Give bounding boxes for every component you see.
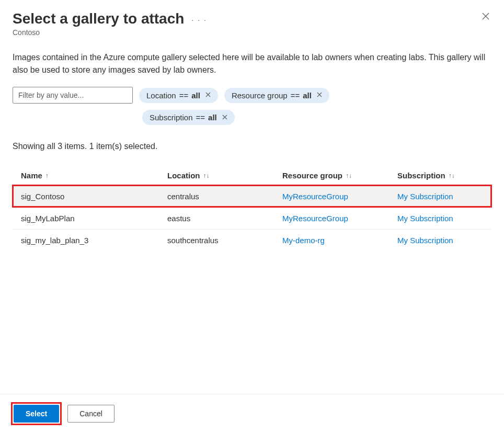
subscription-link[interactable]: My Subscription — [397, 214, 483, 223]
subscription-link[interactable]: My Subscription — [397, 192, 483, 201]
cell-name: sig_MyLabPlan — [21, 214, 167, 223]
close-button[interactable] — [480, 10, 491, 24]
status-text: Showing all 3 items. 1 item(s) selected. — [13, 142, 491, 151]
pill-value: all — [191, 91, 200, 100]
pill-value: all — [208, 113, 217, 122]
table-row[interactable]: sig_Contoso centralus MyResourceGroup My… — [13, 185, 491, 207]
resource-group-link[interactable]: My-demo-rg — [282, 236, 397, 245]
sort-asc-icon: ↑ — [45, 172, 49, 179]
cell-name: sig_Contoso — [21, 192, 167, 201]
table-row[interactable]: sig_my_lab_plan_3 southcentralus My-demo… — [13, 229, 491, 251]
sort-icon: ↑↓ — [346, 172, 352, 179]
remove-filter-icon[interactable] — [317, 92, 322, 99]
table-header: Name ↑ Location ↑↓ Resource group ↑↓ Sub… — [13, 166, 491, 185]
footer-bar: Select Cancel — [0, 394, 504, 433]
resource-group-link[interactable]: MyResourceGroup — [282, 192, 397, 201]
filter-pill-resource-group[interactable]: Resource group == all — [224, 88, 329, 103]
page-title: Select a gallery to attach — [13, 10, 184, 27]
more-actions-icon[interactable]: · · · — [191, 14, 207, 24]
column-header-name[interactable]: Name ↑ — [21, 171, 167, 180]
column-header-resource-group[interactable]: Resource group ↑↓ — [282, 171, 397, 180]
filter-pill-location[interactable]: Location == all — [139, 88, 218, 103]
select-button-highlight: Select — [13, 404, 60, 424]
pill-eq: == — [291, 91, 300, 100]
column-label: Subscription — [397, 171, 445, 180]
pill-value: all — [303, 91, 312, 100]
pill-eq: == — [196, 113, 205, 122]
pill-label: Subscription — [150, 113, 193, 122]
pill-eq: == — [179, 91, 189, 100]
sort-icon: ↑↓ — [203, 172, 210, 179]
cell-name: sig_my_lab_plan_3 — [21, 236, 167, 245]
select-button[interactable]: Select — [14, 405, 59, 423]
cell-location: centralus — [167, 192, 282, 201]
cell-location: southcentralus — [167, 236, 282, 245]
pill-label: Resource group — [232, 91, 288, 100]
resource-group-link[interactable]: MyResourceGroup — [282, 214, 397, 223]
column-header-location[interactable]: Location ↑↓ — [167, 171, 282, 180]
column-label: Location — [167, 171, 200, 180]
remove-filter-icon[interactable] — [222, 114, 227, 121]
pill-label: Location — [146, 91, 176, 100]
breadcrumb: Contoso — [13, 28, 207, 37]
column-header-subscription[interactable]: Subscription ↑↓ — [397, 171, 483, 180]
filter-pill-subscription[interactable]: Subscription == all — [142, 110, 235, 125]
cell-location: eastus — [167, 214, 282, 223]
description-text: Images contained in the Azure compute ga… — [13, 51, 491, 76]
filter-input[interactable] — [13, 87, 133, 104]
cancel-button[interactable]: Cancel — [67, 405, 114, 423]
subscription-link[interactable]: My Subscription — [397, 236, 483, 245]
sort-icon: ↑↓ — [449, 172, 455, 179]
column-label: Resource group — [282, 171, 342, 180]
table-row[interactable]: sig_MyLabPlan eastus MyResourceGroup My … — [13, 207, 491, 229]
column-label: Name — [21, 171, 42, 180]
gallery-table: Name ↑ Location ↑↓ Resource group ↑↓ Sub… — [13, 166, 491, 251]
remove-filter-icon[interactable] — [205, 92, 211, 99]
